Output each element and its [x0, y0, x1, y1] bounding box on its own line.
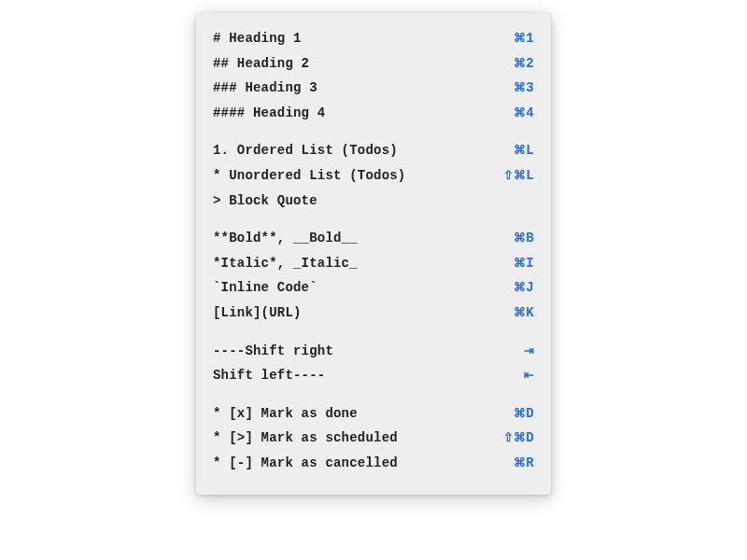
shortcut-keys: ⌘1 — [514, 26, 534, 51]
shortcut-label: [Link](URL) — [213, 301, 302, 326]
shortcut-row: * [-] Mark as cancelled⌘R — [213, 451, 534, 476]
shortcut-row: 1. Ordered List (Todos)⌘L — [213, 138, 534, 163]
shortcut-row: ### Heading 3⌘3 — [213, 76, 534, 101]
shortcuts-card: # Heading 1⌘1## Heading 2⌘2### Heading 3… — [196, 13, 551, 495]
shortcut-keys: ⌘I — [514, 251, 534, 276]
shortcut-row: * Unordered List (Todos)⇧⌘L — [213, 163, 534, 189]
shortcut-keys: ⇧⌘L — [503, 163, 534, 189]
shortcut-label: **Bold**, __Bold__ — [213, 226, 358, 251]
shortcut-row: ## Heading 2⌘2 — [213, 51, 534, 77]
section-gap — [213, 388, 534, 401]
shortcut-label: ### Heading 3 — [213, 76, 317, 101]
shortcut-keys: ⌘B — [514, 226, 534, 251]
shortcut-label: ----Shift right — [213, 339, 333, 364]
shortcut-keys: ⌘3 — [514, 76, 534, 101]
shortcut-keys: ⌘2 — [514, 51, 534, 77]
shortcut-keys: ⌘K — [514, 301, 534, 326]
shortcut-label: # Heading 1 — [213, 26, 302, 51]
shortcut-row: Shift left----⇤ — [213, 363, 534, 388]
shortcut-label: * [>] Mark as scheduled — [213, 426, 398, 451]
shortcut-label: * [x] Mark as done — [213, 401, 358, 427]
shortcut-row: > Block Quote — [213, 189, 534, 214]
shortcut-row: **Bold**, __Bold__⌘B — [213, 226, 534, 251]
shortcut-row: `Inline Code`⌘J — [213, 275, 534, 301]
shortcut-label: `Inline Code` — [213, 275, 317, 301]
shortcut-label: #### Heading 4 — [213, 101, 325, 126]
shortcut-keys: ⌘L — [514, 138, 534, 163]
shortcut-keys: ⌘J — [514, 275, 534, 301]
shortcut-row: [Link](URL)⌘K — [213, 301, 534, 326]
shortcut-keys: ⌘D — [514, 401, 534, 427]
shortcut-label: *Italic*, _Italic_ — [213, 251, 358, 276]
shortcut-label: Shift left---- — [213, 363, 325, 388]
shortcut-label: > Block Quote — [213, 189, 317, 214]
shortcut-keys: ⌘4 — [514, 101, 534, 126]
shortcut-keys: ⇤ — [524, 363, 534, 388]
shortcut-row: * [>] Mark as scheduled⇧⌘D — [213, 426, 534, 451]
shortcut-keys: ⌘R — [514, 451, 534, 476]
section-gap — [213, 125, 534, 138]
shortcut-keys: ⇧⌘D — [503, 426, 534, 451]
shortcut-row: # Heading 1⌘1 — [213, 26, 534, 51]
shortcut-row: ----Shift right⇥ — [213, 339, 534, 364]
shortcut-row: #### Heading 4⌘4 — [213, 101, 534, 126]
shortcut-row: * [x] Mark as done⌘D — [213, 401, 534, 427]
shortcut-label: * Unordered List (Todos) — [213, 163, 405, 189]
shortcut-keys: ⇥ — [524, 339, 534, 364]
shortcut-label: ## Heading 2 — [213, 51, 309, 77]
section-gap — [213, 326, 534, 339]
shortcut-label: 1. Ordered List (Todos) — [213, 138, 398, 163]
shortcut-row: *Italic*, _Italic_⌘I — [213, 251, 534, 276]
section-gap — [213, 213, 534, 226]
shortcut-label: * [-] Mark as cancelled — [213, 451, 398, 476]
